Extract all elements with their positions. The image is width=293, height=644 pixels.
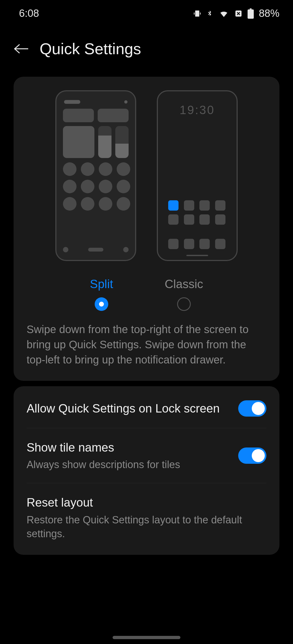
toggle-tile-names[interactable] bbox=[238, 447, 266, 464]
vibrate-icon bbox=[193, 9, 201, 18]
wifi-icon bbox=[218, 9, 230, 18]
nav-handle[interactable] bbox=[113, 636, 180, 639]
setting-reset-layout[interactable]: Reset layout Restore the Quick Settings … bbox=[27, 483, 266, 552]
battery-icon bbox=[247, 8, 254, 19]
setting-lock-screen-title: Allow Quick Settings on Lock screen bbox=[27, 401, 227, 416]
radio-split-circle bbox=[95, 297, 108, 311]
setting-tile-names-sub: Always show descriptions for tiles bbox=[27, 458, 227, 472]
phone-previews: 19:30 bbox=[27, 90, 266, 261]
preview-split[interactable] bbox=[55, 90, 136, 261]
radio-classic-label: Classic bbox=[165, 277, 203, 291]
header: Quick Settings bbox=[0, 25, 293, 71]
preview-classic[interactable]: 19:30 bbox=[157, 90, 238, 261]
toggle-lock-screen[interactable] bbox=[238, 400, 266, 417]
setting-tile-names[interactable]: Show tile names Always show descriptions… bbox=[27, 428, 266, 483]
layout-description: Swipe down from the top-right of the scr… bbox=[27, 322, 266, 367]
status-bar: 6:08 88% bbox=[0, 0, 293, 25]
bluetooth-icon bbox=[206, 9, 213, 18]
classic-preview-time: 19:30 bbox=[164, 103, 230, 117]
radio-split[interactable]: Split bbox=[90, 277, 113, 311]
svg-rect-1 bbox=[250, 8, 252, 9]
page-title: Quick Settings bbox=[40, 40, 141, 58]
status-icons: 88% bbox=[193, 8, 279, 19]
radio-split-label: Split bbox=[90, 277, 113, 291]
setting-reset-sub: Restore the Quick Settings layout to the… bbox=[27, 513, 256, 541]
layout-card: 19:30 Split Classic Swipe down from the … bbox=[14, 77, 279, 381]
layout-radio-group: Split Classic bbox=[27, 277, 266, 311]
settings-card: Allow Quick Settings on Lock screen Show… bbox=[14, 386, 279, 555]
status-time: 6:08 bbox=[19, 8, 39, 19]
setting-reset-title: Reset layout bbox=[27, 495, 256, 510]
battery-percent: 88% bbox=[259, 8, 279, 19]
setting-lock-screen[interactable]: Allow Quick Settings on Lock screen bbox=[27, 389, 266, 428]
back-button[interactable] bbox=[14, 41, 29, 56]
radio-classic-circle bbox=[177, 297, 191, 311]
sim-error-icon bbox=[234, 9, 243, 18]
radio-classic[interactable]: Classic bbox=[165, 277, 203, 311]
setting-tile-names-title: Show tile names bbox=[27, 440, 227, 455]
